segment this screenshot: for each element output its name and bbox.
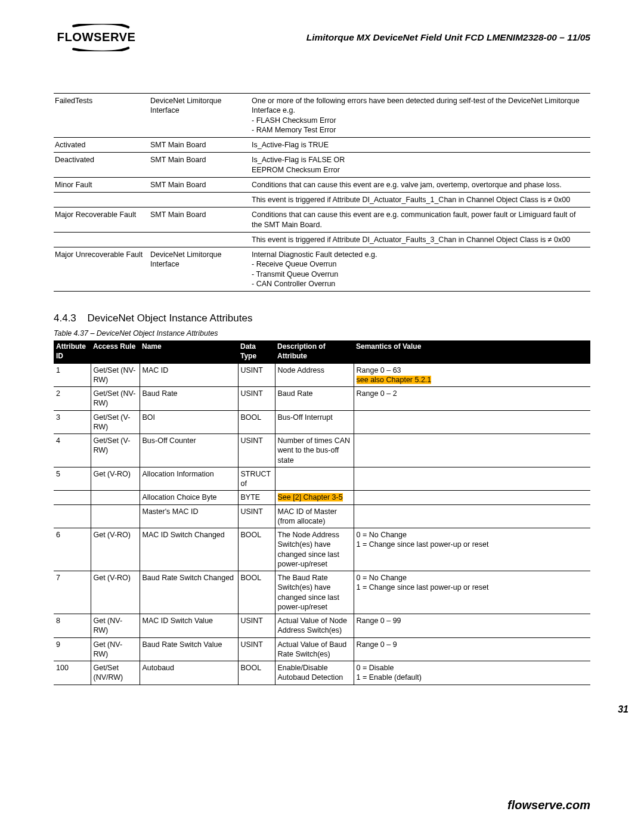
attr-desc: Bus-Off Interrupt xyxy=(275,410,354,434)
event-name: Major Recoverable Fault xyxy=(54,208,149,233)
attr-type: BYTE xyxy=(238,491,275,504)
page-header: FLOWSERVE Limitorque MX DeviceNet Field … xyxy=(54,24,590,51)
attr-name: Master's MAC ID xyxy=(140,504,238,528)
events-row-extra: This event is triggered if Attribute DI_… xyxy=(54,232,590,247)
event-source: SMT Main Board xyxy=(149,208,250,233)
events-row: FailedTestsDeviceNet Limitorque Interfac… xyxy=(54,94,590,138)
attr-rule: Get (V-RO) xyxy=(91,571,140,614)
events-row: ActivatedSMT Main BoardIs_Active-Flag is… xyxy=(54,138,590,153)
attr-sem xyxy=(354,504,590,528)
attr-type: STRUCT of xyxy=(238,467,275,491)
attr-name: Baud Rate Switch Value xyxy=(140,637,238,661)
attr-type: BOOL xyxy=(238,528,275,571)
attr-id: 3 xyxy=(54,410,91,434)
events-row-extra: This event is triggered if Attribute DI_… xyxy=(54,193,590,208)
attr-rule: Get/Set (NV-RW) xyxy=(91,363,140,387)
attr-name: BOI xyxy=(140,410,238,434)
attr-desc: Node Address xyxy=(275,363,354,387)
attr-rule: Get (NV-RW) xyxy=(91,637,140,661)
attr-sem: 0 = Disable1 = Enable (default) xyxy=(354,661,590,685)
attr-desc: Number of times CAN went to the bus-off … xyxy=(275,434,354,467)
col-data-type: Data Type xyxy=(238,340,275,363)
attr-sem: 0 = No Change1 = Change since last power… xyxy=(354,571,590,614)
events-table: FailedTestsDeviceNet Limitorque Interfac… xyxy=(54,93,590,292)
event-name: Major Unrecoverable Fault xyxy=(54,247,149,292)
events-row: Major Unrecoverable FaultDeviceNet Limit… xyxy=(54,247,590,292)
attr-sem: Range 0 – 2 xyxy=(354,387,590,411)
page-number: 31 xyxy=(618,704,628,716)
attr-rule xyxy=(91,491,140,504)
events-row: Minor FaultSMT Main BoardConditions that… xyxy=(54,177,590,192)
col-semantics: Semantics of Value xyxy=(354,340,590,363)
attr-sem xyxy=(354,410,590,434)
col-access-rule: Access Rule xyxy=(91,340,140,363)
attr-type: USINT xyxy=(238,387,275,411)
attr-desc: MAC ID of Master (from allocate) xyxy=(275,504,354,528)
attr-rule: Get/Set (NV-RW) xyxy=(91,387,140,411)
attr-type: BOOL xyxy=(238,571,275,614)
attr-type: USINT xyxy=(238,637,275,661)
event-name: Minor Fault xyxy=(54,177,149,192)
events-row: Major Recoverable FaultSMT Main BoardCon… xyxy=(54,208,590,233)
attr-type: BOOL xyxy=(238,661,275,685)
attr-row: 6Get (V-RO)MAC ID Switch ChangedBOOLThe … xyxy=(54,528,590,571)
attr-type: USINT xyxy=(238,363,275,387)
attr-row: 8Get (NV-RW)MAC ID Switch ValueUSINTActu… xyxy=(54,614,590,638)
attr-type: USINT xyxy=(238,434,275,467)
attr-sem xyxy=(354,467,590,491)
attr-id xyxy=(54,491,91,504)
col-attribute-id: Attribute ID xyxy=(54,340,91,363)
attr-desc: Actual Value of Node Address Switch(es) xyxy=(275,614,354,638)
section-title: DeviceNet Object Instance Attributes xyxy=(88,312,253,324)
attr-id: 4 xyxy=(54,434,91,467)
events-row: DeactivatedSMT Main BoardIs_Active-Flag … xyxy=(54,153,590,178)
attr-name: Allocation Information xyxy=(140,467,238,491)
table-caption: Table 4.37 – DeviceNet Object Instance A… xyxy=(54,329,590,338)
attr-type: USINT xyxy=(238,504,275,528)
attr-sem: Range 0 – 9 xyxy=(354,637,590,661)
event-source: SMT Main Board xyxy=(149,153,250,178)
attr-id: 6 xyxy=(54,528,91,571)
attr-id: 9 xyxy=(54,637,91,661)
attr-row: 1Get/Set (NV-RW)MAC IDUSINTNode AddressR… xyxy=(54,363,590,387)
attr-name: MAC ID xyxy=(140,363,238,387)
attr-sem xyxy=(354,491,590,504)
attr-id: 7 xyxy=(54,571,91,614)
attr-row: 4Get/Set (V-RW)Bus-Off CounterUSINTNumbe… xyxy=(54,434,590,467)
event-desc: Conditions that can cause this event are… xyxy=(250,177,590,192)
attr-id: 5 xyxy=(54,467,91,491)
attr-subrow: Master's MAC IDUSINTMAC ID of Master (fr… xyxy=(54,504,590,528)
attr-subrow: Allocation Choice ByteBYTESee [2] Chapte… xyxy=(54,491,590,504)
attr-desc: Actual Value of Baud Rate Switch(es) xyxy=(275,637,354,661)
attr-row: 7Get (V-RO)Baud Rate Switch ChangedBOOLT… xyxy=(54,571,590,614)
attribute-table: Attribute ID Access Rule Name Data Type … xyxy=(54,340,590,685)
attr-desc: Enable/Disable Autobaud Detection xyxy=(275,661,354,685)
attr-type: USINT xyxy=(238,614,275,638)
attr-desc xyxy=(275,467,354,491)
logo-text: FLOWSERVE xyxy=(57,30,136,44)
attr-rule: Get/Set (NV/RW) xyxy=(91,661,140,685)
section-number: 4.4.3 xyxy=(54,312,76,325)
attr-sem xyxy=(354,434,590,467)
attr-desc: See [2] Chapter 3-5 xyxy=(275,491,354,504)
attr-name: Baud Rate xyxy=(140,387,238,411)
col-name: Name xyxy=(140,340,238,363)
attr-rule: Get/Set (V-RW) xyxy=(91,434,140,467)
event-source: SMT Main Board xyxy=(149,177,250,192)
event-name: Activated xyxy=(54,138,149,153)
attr-name: Baud Rate Switch Changed xyxy=(140,571,238,614)
attr-row: 9Get (NV-RW)Baud Rate Switch ValueUSINTA… xyxy=(54,637,590,661)
attr-id: 8 xyxy=(54,614,91,638)
flowserve-logo: FLOWSERVE xyxy=(54,24,137,51)
event-source: SMT Main Board xyxy=(149,138,250,153)
attr-desc: Baud Rate xyxy=(275,387,354,411)
attr-id: 100 xyxy=(54,661,91,685)
col-description: Description of Attribute xyxy=(275,340,354,363)
attr-row: 100Get/Set (NV/RW)AutobaudBOOLEnable/Dis… xyxy=(54,661,590,685)
attr-name: Bus-Off Counter xyxy=(140,434,238,467)
event-desc-extra: This event is triggered if Attribute DI_… xyxy=(250,193,590,208)
event-source: DeviceNet Limitorque Interface xyxy=(149,247,250,292)
attr-name: Autobaud xyxy=(140,661,238,685)
attr-row: 5Get (V-RO)Allocation InformationSTRUCT … xyxy=(54,467,590,491)
section-heading: 4.4.3 DeviceNet Object Instance Attribut… xyxy=(54,312,590,325)
